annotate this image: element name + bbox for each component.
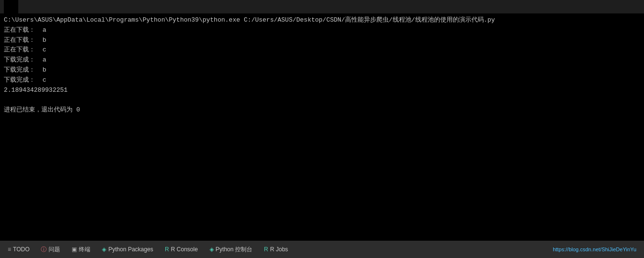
terminal-line [4, 95, 640, 105]
terminal-line: 2.189434289932251 [4, 86, 640, 96]
toolbar-item-r-jobs[interactable]: RR Jobs [258, 241, 294, 258]
r-jobs-label: R Jobs [270, 246, 288, 253]
r-console-icon: R [165, 246, 169, 253]
terminal-line: 正在下载： c [4, 45, 640, 55]
title-bar [0, 0, 644, 13]
terminal-line: C:\Users\ASUS\AppData\Local\Programs\Pyt… [4, 15, 640, 25]
title-tab[interactable] [4, 0, 18, 13]
bottom-toolbar: ≡TODOⓘ问题▣终端◈Python PackagesRR Console◈Py… [0, 241, 644, 258]
terminal-line: 正在下载： b [4, 36, 640, 46]
terminal-icon: ▣ [72, 246, 77, 253]
toolbar-item-python-console[interactable]: ◈Python 控制台 [204, 241, 259, 258]
terminal-label: 终端 [79, 246, 90, 254]
python-packages-icon: ◈ [102, 246, 106, 253]
status-url[interactable]: https://blog.csdn.net/ShiJieDeYinYu [553, 246, 642, 252]
python-console-icon: ◈ [210, 246, 214, 253]
python-packages-label: Python Packages [108, 246, 153, 253]
terminal-output: C:\Users\ASUS\AppData\Local\Programs\Pyt… [0, 13, 644, 241]
toolbar-item-todo[interactable]: ≡TODO [2, 241, 35, 258]
toolbar-item-problems[interactable]: ⓘ问题 [35, 241, 66, 258]
r-console-label: R Console [171, 246, 198, 253]
toolbar-item-r-console[interactable]: RR Console [159, 241, 204, 258]
toolbar-item-terminal[interactable]: ▣终端 [66, 241, 96, 258]
todo-icon: ≡ [8, 246, 11, 253]
terminal-line: 进程已结束，退出代码为 0 [4, 105, 640, 115]
todo-label: TODO [13, 246, 29, 253]
toolbar-item-python-packages[interactable]: ◈Python Packages [96, 241, 159, 258]
r-jobs-icon: R [264, 246, 268, 253]
problems-icon: ⓘ [41, 246, 47, 254]
terminal-line: 下载完成： c [4, 75, 640, 86]
terminal-line: 下载完成： a [4, 55, 640, 65]
python-console-label: Python 控制台 [216, 246, 253, 254]
terminal-line: 正在下载： a [4, 25, 640, 36]
problems-label: 问题 [49, 246, 60, 254]
terminal-line: 下载完成： b [4, 65, 640, 75]
